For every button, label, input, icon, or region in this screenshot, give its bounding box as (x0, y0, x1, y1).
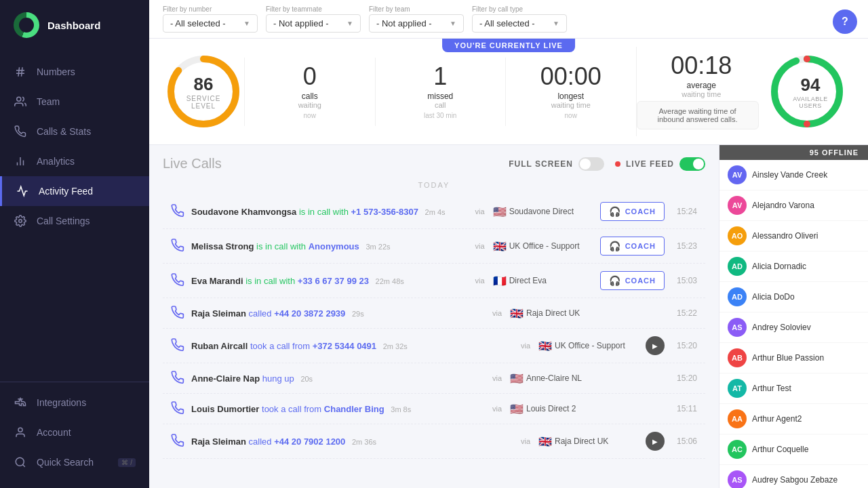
filter-teammate-label: Filter by teammate (266, 5, 361, 13)
sidebar-logo[interactable]: Dashboard (0, 0, 149, 50)
call-info: Ruban Aircall took a call from +372 5344… (191, 341, 515, 351)
sidebar-item-activity[interactable]: Activity Feed (0, 176, 149, 206)
sidebar-item-label: Team (37, 96, 60, 107)
live-calls-header: Live Calls FULL SCREEN LIVE FEED (163, 156, 705, 171)
sidebar-nav: Numbers Team Calls & Stats Analytics Act… (0, 50, 149, 369)
call-row[interactable]: Raja Sleiman called +44 20 7902 1200 2m … (163, 424, 705, 459)
fullscreen-label: FULL SCREEN (509, 159, 573, 169)
agent-list-item[interactable]: AB Arthur Blue Passion (719, 343, 868, 373)
agent-list-item[interactable]: AS Audrey Sabgou Zebaze (719, 465, 868, 488)
live-banner: YOU'RE CURRENTLY LIVE (442, 39, 575, 52)
longest-wait-label: longest (506, 92, 636, 101)
agent-list-item[interactable]: AO Alessandro Oliveri (719, 221, 868, 251)
call-row[interactable]: Soudavone Khamvongsa is in call with +1 … (163, 195, 705, 229)
route-name: UK Office - Support (555, 341, 625, 350)
sidebar-item-label: Call Settings (37, 216, 90, 226)
caller-name: Eva Marandi (191, 276, 243, 286)
call-direction-icon (171, 239, 186, 253)
filter-number-label: Filter by number (163, 5, 258, 13)
call-row[interactable]: Eva Marandi is in call with +33 6 67 37 … (163, 264, 705, 298)
sidebar-item-account[interactable]: Account (0, 418, 149, 447)
coach-button[interactable]: 🎧 COACH (600, 202, 665, 221)
via-label: via (475, 242, 485, 250)
call-time: 15:03 (670, 276, 697, 285)
flag-icon: 🇬🇧 (510, 307, 524, 320)
agent-list-item[interactable]: AV Ainsley Vande Creek (719, 160, 868, 190)
via-label: via (492, 405, 502, 413)
filter-team-select[interactable]: - Not applied - ▼ (369, 14, 464, 33)
call-row[interactable]: Raja Sleiman called +44 20 3872 2939 29s… (163, 298, 705, 329)
live-dot-icon (615, 161, 620, 167)
available-users-label: AVAILABLEUSERS (793, 96, 828, 109)
live-controls: FULL SCREEN LIVE FEED (509, 157, 705, 171)
user-icon (14, 426, 27, 439)
call-direction-icon (171, 371, 186, 386)
available-users-chart: 94 AVAILABLEUSERS (766, 51, 854, 132)
call-status: hung up (262, 373, 297, 384)
filter-number-select[interactable]: - All selected - ▼ (163, 14, 258, 33)
svg-point-12 (16, 458, 24, 466)
play-button[interactable]: ▶ (646, 432, 665, 451)
agent-list-item[interactable]: AV Alejandro Varona (719, 190, 868, 221)
headset-icon: 🎧 (609, 241, 621, 251)
sidebar-item-integrations[interactable]: Integrations (0, 388, 149, 418)
sidebar-item-team[interactable]: Team (0, 87, 149, 117)
call-route: 🇬🇧 UK Office - Support (538, 340, 640, 352)
svg-line-3 (22, 67, 23, 77)
service-level-label: SERVICELEVEL (186, 95, 221, 110)
sidebar-item-search[interactable]: Quick Search ⌘ / (0, 447, 149, 477)
via-label: via (475, 277, 485, 285)
call-time: 15:22 (670, 308, 697, 318)
call-info: Anne-Claire Nap hung up 20s (191, 373, 487, 384)
call-route: 🇫🇷 Direct Eva (493, 274, 595, 287)
call-row[interactable]: Anne-Claire Nap hung up 20s via 🇺🇸 Anne-… (163, 363, 705, 394)
longest-wait-value: 00:00 (506, 64, 636, 89)
sidebar-item-numbers[interactable]: Numbers (0, 57, 149, 87)
call-info: Eva Marandi is in call with +33 6 67 37 … (191, 276, 470, 286)
sidebar-item-call-settings[interactable]: Call Settings (0, 206, 149, 236)
call-direction-icon (171, 273, 186, 288)
help-button[interactable]: ? (833, 9, 857, 34)
agent-list-item[interactable]: AC Arthur Coquelle (719, 434, 868, 465)
agent-list-item[interactable]: AS Andrey Soloviev (719, 312, 868, 343)
coach-button[interactable]: 🎧 COACH (600, 271, 665, 290)
svg-point-18 (804, 56, 810, 62)
call-row[interactable]: Melissa Strong is in call with Anonymous… (163, 229, 705, 264)
call-row[interactable]: Ruban Aircall took a call from +372 5344… (163, 329, 705, 363)
agent-list-item[interactable]: AD Alicia DoDo (719, 282, 868, 312)
agent-list-item[interactable]: AT Arthur Test (719, 373, 868, 404)
avatar: AD (728, 257, 747, 276)
fullscreen-toggle[interactable] (578, 157, 604, 171)
agents-list: AV Ainsley Vande Creek AV Alejandro Varo… (719, 160, 868, 488)
avatar: AV (728, 196, 747, 215)
call-direction-icon (171, 204, 186, 219)
call-route: 🇬🇧 UK Office - Support (493, 240, 595, 253)
livefeed-toggle[interactable] (679, 157, 705, 171)
flag-icon: 🇬🇧 (538, 435, 552, 448)
filter-teammate-select[interactable]: - Not applied - ▼ (266, 14, 361, 33)
call-info: Raja Sleiman called +44 20 3872 2939 29s (191, 308, 487, 319)
play-button[interactable]: ▶ (646, 336, 665, 355)
flag-icon: 🇺🇸 (510, 372, 524, 385)
call-info: Melissa Strong is in call with Anonymous… (191, 241, 470, 251)
agent-name: Andrey Soloviev (752, 323, 811, 332)
available-users-value: 94 (793, 75, 828, 96)
sidebar-item-calls[interactable]: Calls & Stats (0, 117, 149, 146)
call-time: 15:24 (670, 207, 697, 216)
filter-team-value: - Not applied - (376, 18, 432, 28)
sidebar-item-label: Quick Search (37, 457, 94, 468)
live-calls-title: Live Calls (163, 156, 222, 171)
call-time: 15:23 (670, 241, 697, 251)
caller-name: Raja Sleiman (191, 436, 246, 447)
livefeed-label: LIVE FEED (626, 159, 674, 169)
agent-list-item[interactable]: AA Arthur Agent2 (719, 404, 868, 434)
filter-calltype-select[interactable]: - All selected - ▼ (472, 14, 567, 33)
sidebar-item-analytics[interactable]: Analytics (0, 146, 149, 176)
coach-button[interactable]: 🎧 COACH (600, 237, 665, 256)
agent-name: Alicia Dornadic (752, 262, 806, 271)
call-row[interactable]: Louis Dumortier took a call from Chandle… (163, 394, 705, 424)
agent-list-item[interactable]: AD Alicia Dornadic (719, 251, 868, 282)
flag-icon: 🇫🇷 (493, 274, 507, 287)
svg-point-8 (19, 220, 22, 223)
avg-wait-sub: waiting time (637, 90, 767, 98)
